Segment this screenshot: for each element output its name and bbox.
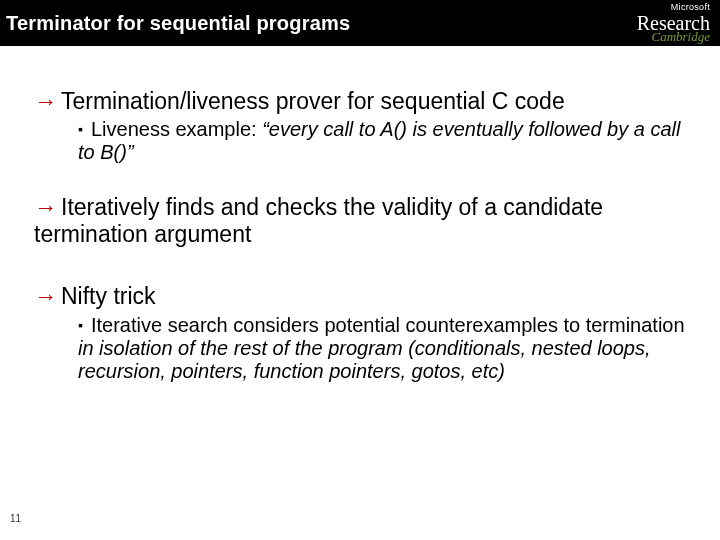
bullet-level1: →Termination/liveness prover for sequent… xyxy=(34,88,700,114)
bullet-level1: →Nifty trick xyxy=(34,283,700,309)
bullet-text: Nifty trick xyxy=(61,283,156,309)
bullet-block-2: →Iteratively finds and checks the validi… xyxy=(34,194,700,247)
sub-bullet-prefix: Iterative search considers potential cou… xyxy=(91,314,685,336)
bullet-text: Iteratively finds and checks the validit… xyxy=(34,194,603,246)
square-icon: ▪ xyxy=(78,121,83,137)
bullet-level1: →Iteratively finds and checks the validi… xyxy=(34,194,700,247)
arrow-icon: → xyxy=(34,283,57,309)
bullet-level2: ▪Iterative search considers potential co… xyxy=(78,314,700,383)
logo-microsoft: Microsoft xyxy=(671,3,710,12)
sub-bullet-prefix: Liveness example: xyxy=(91,118,262,140)
arrow-icon: → xyxy=(34,88,57,114)
bullet-block-1: →Termination/liveness prover for sequent… xyxy=(34,88,700,164)
title-bar: Terminator for sequential programs Micro… xyxy=(0,0,720,46)
slide-title: Terminator for sequential programs xyxy=(6,12,350,35)
msr-logo: Microsoft Research Cambridge xyxy=(637,3,710,43)
sub-bullet-italic: in isolation of the rest of the program … xyxy=(78,337,651,382)
square-icon: ▪ xyxy=(78,317,83,333)
bullet-text: Termination/liveness prover for sequenti… xyxy=(61,88,565,114)
page-number: 11 xyxy=(10,513,21,524)
arrow-icon: → xyxy=(34,194,57,220)
bullet-level2: ▪Liveness example: “every call to A() is… xyxy=(78,118,700,164)
logo-cambridge: Cambridge xyxy=(652,30,711,43)
slide-content: →Termination/liveness prover for sequent… xyxy=(0,46,720,383)
bullet-block-3: →Nifty trick ▪Iterative search considers… xyxy=(34,283,700,382)
slide: Terminator for sequential programs Micro… xyxy=(0,0,720,540)
